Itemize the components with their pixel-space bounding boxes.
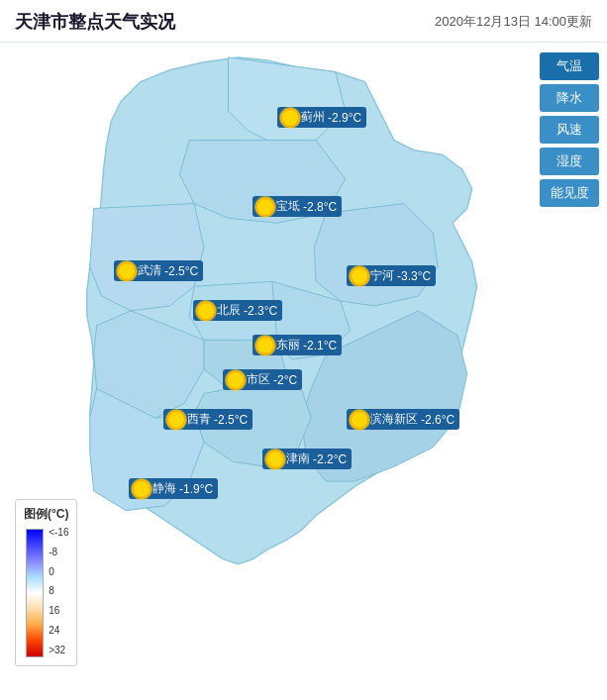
legend-label: 8 — [49, 585, 68, 596]
header: 天津市整点天气实况 2020年12月13日 14:00更新 — [0, 0, 607, 43]
legend-label: <-16 — [49, 527, 68, 538]
legend-label: -8 — [49, 547, 68, 557]
legend-title: 图例(°C) — [24, 506, 68, 523]
legend-gradient — [26, 529, 44, 657]
btn-风速[interactable]: 风速 — [540, 116, 599, 144]
legend-label: 16 — [49, 605, 68, 616]
legend-label: 0 — [49, 566, 68, 577]
map-svg — [10, 52, 515, 676]
main-container: 天津市整点天气实况 2020年12月13日 14:00更新 — [0, 0, 607, 700]
btn-降水[interactable]: 降水 — [540, 84, 599, 112]
btn-气温[interactable]: 气温 — [540, 52, 599, 80]
legend: 图例(°C) <-16 -8 0 8 16 24 >32 — [15, 499, 77, 666]
main-content: 蓟州-2.9°C宝坻-2.8°C武清-2.5°C宁河-3.3°C北辰-2.3°C… — [0, 43, 607, 696]
update-time: 2020年12月13日 14:00更新 — [435, 13, 592, 31]
btn-湿度[interactable]: 湿度 — [540, 148, 599, 175]
legend-label: >32 — [49, 645, 68, 655]
page-title: 天津市整点天气实况 — [15, 10, 175, 34]
button-panel: 气温降水风速湿度能见度 — [540, 52, 599, 207]
legend-label: 24 — [49, 625, 68, 636]
btn-能见度[interactable]: 能见度 — [540, 179, 599, 207]
